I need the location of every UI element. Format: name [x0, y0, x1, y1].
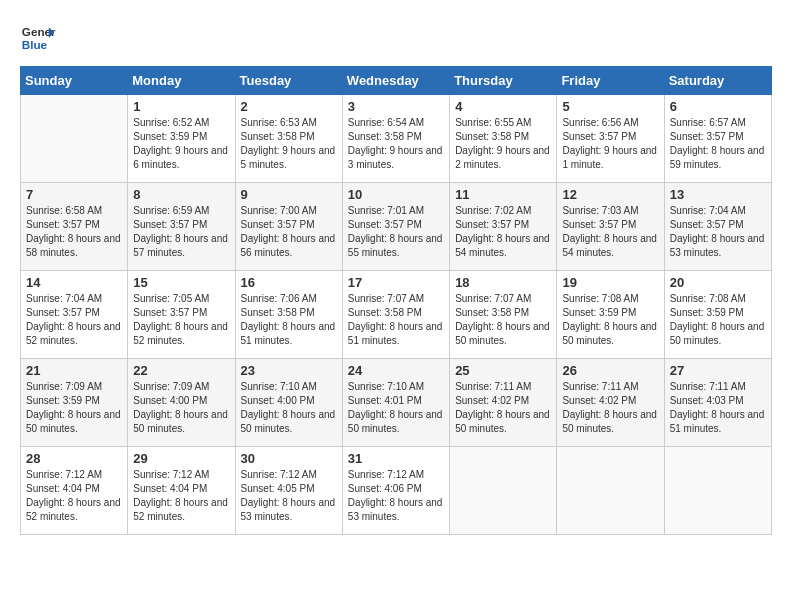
day-info: Sunrise: 7:09 AMSunset: 4:00 PMDaylight:… [133, 380, 229, 436]
calendar-cell: 19Sunrise: 7:08 AMSunset: 3:59 PMDayligh… [557, 271, 664, 359]
calendar-cell: 25Sunrise: 7:11 AMSunset: 4:02 PMDayligh… [450, 359, 557, 447]
svg-text:Blue: Blue [22, 38, 48, 51]
calendar-cell: 1Sunrise: 6:52 AMSunset: 3:59 PMDaylight… [128, 95, 235, 183]
calendar-cell [664, 447, 771, 535]
day-info: Sunrise: 6:53 AMSunset: 3:58 PMDaylight:… [241, 116, 337, 172]
day-number: 17 [348, 275, 444, 290]
calendar-cell: 24Sunrise: 7:10 AMSunset: 4:01 PMDayligh… [342, 359, 449, 447]
day-number: 13 [670, 187, 766, 202]
calendar-table: Sunday Monday Tuesday Wednesday Thursday… [20, 66, 772, 535]
calendar-week-row: 28Sunrise: 7:12 AMSunset: 4:04 PMDayligh… [21, 447, 772, 535]
day-info: Sunrise: 6:54 AMSunset: 3:58 PMDaylight:… [348, 116, 444, 172]
day-number: 6 [670, 99, 766, 114]
day-info: Sunrise: 7:00 AMSunset: 3:57 PMDaylight:… [241, 204, 337, 260]
day-info: Sunrise: 7:01 AMSunset: 3:57 PMDaylight:… [348, 204, 444, 260]
day-info: Sunrise: 7:11 AMSunset: 4:02 PMDaylight:… [562, 380, 658, 436]
calendar-cell: 5Sunrise: 6:56 AMSunset: 3:57 PMDaylight… [557, 95, 664, 183]
day-info: Sunrise: 7:04 AMSunset: 3:57 PMDaylight:… [26, 292, 122, 348]
calendar-cell: 22Sunrise: 7:09 AMSunset: 4:00 PMDayligh… [128, 359, 235, 447]
day-info: Sunrise: 6:52 AMSunset: 3:59 PMDaylight:… [133, 116, 229, 172]
day-info: Sunrise: 6:58 AMSunset: 3:57 PMDaylight:… [26, 204, 122, 260]
day-number: 22 [133, 363, 229, 378]
day-number: 12 [562, 187, 658, 202]
calendar-cell: 14Sunrise: 7:04 AMSunset: 3:57 PMDayligh… [21, 271, 128, 359]
day-number: 23 [241, 363, 337, 378]
col-wednesday: Wednesday [342, 67, 449, 95]
day-number: 31 [348, 451, 444, 466]
page-header: General Blue [20, 20, 772, 56]
calendar-cell: 7Sunrise: 6:58 AMSunset: 3:57 PMDaylight… [21, 183, 128, 271]
day-number: 8 [133, 187, 229, 202]
calendar-week-row: 7Sunrise: 6:58 AMSunset: 3:57 PMDaylight… [21, 183, 772, 271]
day-number: 15 [133, 275, 229, 290]
calendar-cell: 12Sunrise: 7:03 AMSunset: 3:57 PMDayligh… [557, 183, 664, 271]
day-info: Sunrise: 6:56 AMSunset: 3:57 PMDaylight:… [562, 116, 658, 172]
calendar-cell: 2Sunrise: 6:53 AMSunset: 3:58 PMDaylight… [235, 95, 342, 183]
calendar-cell [450, 447, 557, 535]
calendar-cell: 6Sunrise: 6:57 AMSunset: 3:57 PMDaylight… [664, 95, 771, 183]
day-info: Sunrise: 7:12 AMSunset: 4:05 PMDaylight:… [241, 468, 337, 524]
logo: General Blue [20, 20, 56, 56]
day-number: 27 [670, 363, 766, 378]
calendar-cell: 4Sunrise: 6:55 AMSunset: 3:58 PMDaylight… [450, 95, 557, 183]
calendar-cell: 15Sunrise: 7:05 AMSunset: 3:57 PMDayligh… [128, 271, 235, 359]
calendar-cell: 30Sunrise: 7:12 AMSunset: 4:05 PMDayligh… [235, 447, 342, 535]
day-info: Sunrise: 7:03 AMSunset: 3:57 PMDaylight:… [562, 204, 658, 260]
day-info: Sunrise: 7:10 AMSunset: 4:01 PMDaylight:… [348, 380, 444, 436]
header-row: Sunday Monday Tuesday Wednesday Thursday… [21, 67, 772, 95]
day-info: Sunrise: 7:12 AMSunset: 4:04 PMDaylight:… [133, 468, 229, 524]
day-number: 10 [348, 187, 444, 202]
calendar-week-row: 21Sunrise: 7:09 AMSunset: 3:59 PMDayligh… [21, 359, 772, 447]
logo-icon: General Blue [20, 20, 56, 56]
day-info: Sunrise: 7:07 AMSunset: 3:58 PMDaylight:… [455, 292, 551, 348]
day-info: Sunrise: 6:59 AMSunset: 3:57 PMDaylight:… [133, 204, 229, 260]
day-info: Sunrise: 6:55 AMSunset: 3:58 PMDaylight:… [455, 116, 551, 172]
day-number: 7 [26, 187, 122, 202]
calendar-cell: 20Sunrise: 7:08 AMSunset: 3:59 PMDayligh… [664, 271, 771, 359]
calendar-body: 1Sunrise: 6:52 AMSunset: 3:59 PMDaylight… [21, 95, 772, 535]
day-number: 1 [133, 99, 229, 114]
day-number: 26 [562, 363, 658, 378]
calendar-cell: 28Sunrise: 7:12 AMSunset: 4:04 PMDayligh… [21, 447, 128, 535]
day-number: 18 [455, 275, 551, 290]
day-number: 2 [241, 99, 337, 114]
day-info: Sunrise: 7:02 AMSunset: 3:57 PMDaylight:… [455, 204, 551, 260]
calendar-cell [557, 447, 664, 535]
day-info: Sunrise: 7:12 AMSunset: 4:06 PMDaylight:… [348, 468, 444, 524]
day-number: 16 [241, 275, 337, 290]
calendar-cell: 13Sunrise: 7:04 AMSunset: 3:57 PMDayligh… [664, 183, 771, 271]
day-number: 9 [241, 187, 337, 202]
col-saturday: Saturday [664, 67, 771, 95]
day-info: Sunrise: 7:08 AMSunset: 3:59 PMDaylight:… [562, 292, 658, 348]
calendar-cell: 21Sunrise: 7:09 AMSunset: 3:59 PMDayligh… [21, 359, 128, 447]
day-info: Sunrise: 7:09 AMSunset: 3:59 PMDaylight:… [26, 380, 122, 436]
calendar-cell: 8Sunrise: 6:59 AMSunset: 3:57 PMDaylight… [128, 183, 235, 271]
day-info: Sunrise: 7:12 AMSunset: 4:04 PMDaylight:… [26, 468, 122, 524]
calendar-week-row: 1Sunrise: 6:52 AMSunset: 3:59 PMDaylight… [21, 95, 772, 183]
calendar-cell [21, 95, 128, 183]
col-friday: Friday [557, 67, 664, 95]
day-number: 14 [26, 275, 122, 290]
day-info: Sunrise: 7:08 AMSunset: 3:59 PMDaylight:… [670, 292, 766, 348]
day-info: Sunrise: 7:10 AMSunset: 4:00 PMDaylight:… [241, 380, 337, 436]
day-info: Sunrise: 7:05 AMSunset: 3:57 PMDaylight:… [133, 292, 229, 348]
col-tuesday: Tuesday [235, 67, 342, 95]
calendar-cell: 17Sunrise: 7:07 AMSunset: 3:58 PMDayligh… [342, 271, 449, 359]
col-thursday: Thursday [450, 67, 557, 95]
calendar-cell: 9Sunrise: 7:00 AMSunset: 3:57 PMDaylight… [235, 183, 342, 271]
calendar-cell: 26Sunrise: 7:11 AMSunset: 4:02 PMDayligh… [557, 359, 664, 447]
day-number: 30 [241, 451, 337, 466]
day-number: 4 [455, 99, 551, 114]
day-number: 20 [670, 275, 766, 290]
calendar-cell: 29Sunrise: 7:12 AMSunset: 4:04 PMDayligh… [128, 447, 235, 535]
calendar-cell: 27Sunrise: 7:11 AMSunset: 4:03 PMDayligh… [664, 359, 771, 447]
col-monday: Monday [128, 67, 235, 95]
day-number: 25 [455, 363, 551, 378]
day-info: Sunrise: 7:11 AMSunset: 4:02 PMDaylight:… [455, 380, 551, 436]
day-number: 29 [133, 451, 229, 466]
calendar-cell: 18Sunrise: 7:07 AMSunset: 3:58 PMDayligh… [450, 271, 557, 359]
day-number: 24 [348, 363, 444, 378]
day-info: Sunrise: 7:07 AMSunset: 3:58 PMDaylight:… [348, 292, 444, 348]
col-sunday: Sunday [21, 67, 128, 95]
day-number: 19 [562, 275, 658, 290]
